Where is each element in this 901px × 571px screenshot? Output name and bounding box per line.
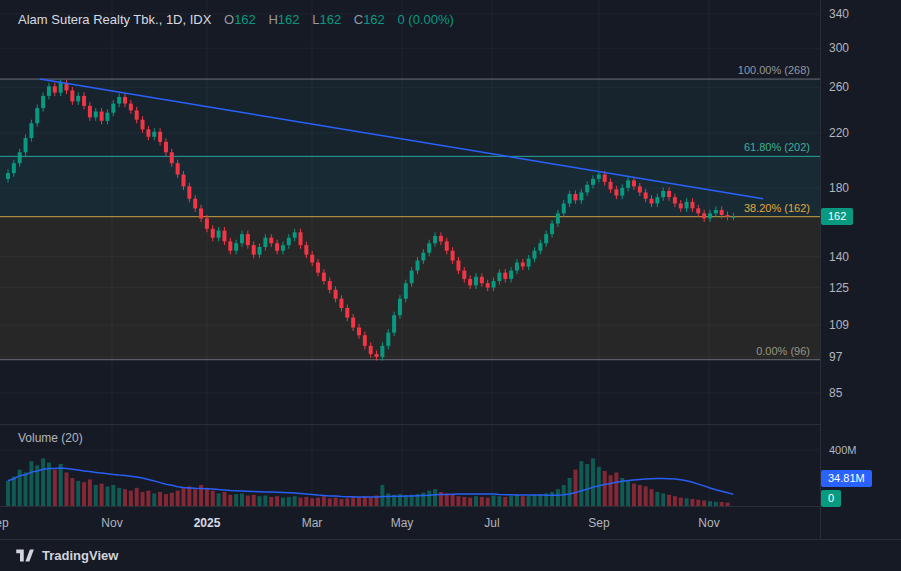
candle-body bbox=[105, 113, 109, 121]
candle-body bbox=[626, 180, 630, 187]
volume-bar bbox=[486, 498, 490, 506]
volume-bar bbox=[187, 486, 191, 506]
volume-bar bbox=[170, 493, 174, 506]
candle-body bbox=[205, 218, 209, 228]
time-axis-label: Nov bbox=[101, 516, 122, 530]
volume-bar bbox=[369, 498, 373, 506]
candle-body bbox=[369, 346, 373, 354]
volume-indicator-label[interactable]: Volume (20) bbox=[18, 431, 83, 445]
candle-body bbox=[234, 243, 238, 251]
symbol-legend: Alam Sutera Realty Tbk., 1D, IDX O162 H1… bbox=[18, 12, 454, 27]
candle-body bbox=[375, 354, 379, 357]
volume-bar bbox=[269, 497, 273, 506]
volume-bar bbox=[70, 478, 74, 506]
candle-body bbox=[685, 202, 689, 208]
volume-bar bbox=[433, 489, 437, 506]
volume-bar bbox=[638, 485, 642, 506]
fib-level-label[interactable]: 61.80% (202) bbox=[744, 141, 810, 153]
time-axis[interactable]: SepNov2025MarMayJulSepNov bbox=[0, 507, 820, 539]
volume-bar bbox=[53, 470, 57, 506]
fib-level-label[interactable]: 38.20% (162) bbox=[744, 202, 810, 214]
candle-body bbox=[585, 185, 589, 193]
candle-body bbox=[47, 86, 51, 96]
candle-body bbox=[550, 224, 554, 235]
volume-bar bbox=[339, 499, 343, 506]
volume-bar bbox=[59, 464, 63, 506]
candle-body bbox=[620, 188, 624, 196]
candle-body bbox=[141, 120, 145, 130]
volume-bar bbox=[12, 477, 16, 506]
candle-body bbox=[515, 263, 519, 271]
candle-body bbox=[509, 271, 513, 279]
volume-bar bbox=[462, 497, 466, 506]
volume-bar bbox=[351, 497, 355, 506]
candle-body bbox=[573, 194, 577, 200]
volume-bar bbox=[310, 498, 314, 506]
volume-bar bbox=[205, 488, 209, 506]
volume-ma-line bbox=[8, 468, 733, 497]
candle-body bbox=[720, 210, 724, 215]
candle-body bbox=[304, 245, 308, 255]
fib-level-label[interactable]: 0.00% (96) bbox=[756, 345, 810, 357]
volume-bar bbox=[6, 481, 10, 506]
candle-body bbox=[632, 180, 636, 186]
volume-bar bbox=[293, 496, 297, 506]
candle-body bbox=[111, 104, 115, 113]
volume-bar bbox=[41, 458, 45, 506]
volume-bar bbox=[304, 497, 308, 506]
candle-body bbox=[199, 208, 203, 218]
candle-body bbox=[228, 241, 232, 250]
candle-body bbox=[655, 197, 659, 203]
candle-body bbox=[351, 318, 355, 328]
volume-bar bbox=[193, 489, 197, 506]
volume-bar bbox=[427, 491, 431, 506]
price-tick-label: 140 bbox=[829, 250, 849, 264]
volume-bar bbox=[88, 479, 92, 506]
price-chart-pane[interactable]: 100.00% (268)61.80% (202)38.20% (162)0.0… bbox=[0, 0, 820, 424]
tradingview-chart-window: 100.00% (268)61.80% (202)38.20% (162)0.0… bbox=[0, 0, 901, 571]
volume-bar bbox=[515, 495, 519, 506]
tradingview-logo-icon[interactable] bbox=[14, 548, 35, 563]
volume-bar bbox=[345, 498, 349, 506]
volume-bar bbox=[632, 484, 636, 506]
volume-bar bbox=[182, 488, 186, 506]
candle-body bbox=[597, 175, 601, 179]
volume-pane[interactable]: Volume (20) bbox=[0, 425, 820, 506]
fib-level-label[interactable]: 100.00% (268) bbox=[738, 64, 810, 76]
candle-body bbox=[334, 290, 338, 299]
candle-body bbox=[421, 253, 425, 261]
candle-body bbox=[269, 238, 273, 244]
price-scale[interactable]: 162 400M 34.81M 0 3403002602201801401251… bbox=[820, 0, 901, 539]
fib-band bbox=[0, 217, 820, 360]
volume-bar bbox=[328, 498, 332, 506]
candle-body bbox=[293, 232, 297, 237]
candle-body bbox=[135, 110, 139, 119]
candle-body bbox=[182, 175, 186, 187]
volume-bar bbox=[568, 478, 572, 506]
candle-body bbox=[176, 163, 180, 174]
volume-bar bbox=[158, 492, 162, 506]
candle-body bbox=[568, 194, 572, 203]
price-tick-label: 180 bbox=[829, 181, 849, 195]
volume-bar bbox=[94, 485, 98, 506]
volume-bar bbox=[603, 471, 607, 506]
pane-separator[interactable] bbox=[0, 424, 901, 425]
volume-current-badge: 0 bbox=[821, 490, 841, 507]
candle-body bbox=[603, 175, 607, 182]
time-axis-label: Mar bbox=[302, 516, 323, 530]
symbol-title[interactable]: Alam Sutera Realty Tbk., 1D, IDX bbox=[18, 12, 211, 27]
volume-bar bbox=[82, 482, 86, 506]
candle-body bbox=[100, 112, 104, 121]
volume-bar bbox=[685, 498, 689, 506]
tradingview-brand-link[interactable]: TradingView bbox=[42, 548, 118, 563]
candle-body bbox=[497, 273, 501, 281]
candle-body bbox=[53, 86, 57, 92]
volume-bar bbox=[275, 496, 279, 506]
candle-body bbox=[386, 333, 390, 346]
candle-body bbox=[246, 234, 250, 245]
volume-bar bbox=[667, 495, 671, 506]
candle-body bbox=[12, 163, 16, 173]
candle-body bbox=[503, 273, 507, 279]
volume-bar bbox=[673, 496, 677, 506]
candle-body bbox=[521, 263, 525, 267]
